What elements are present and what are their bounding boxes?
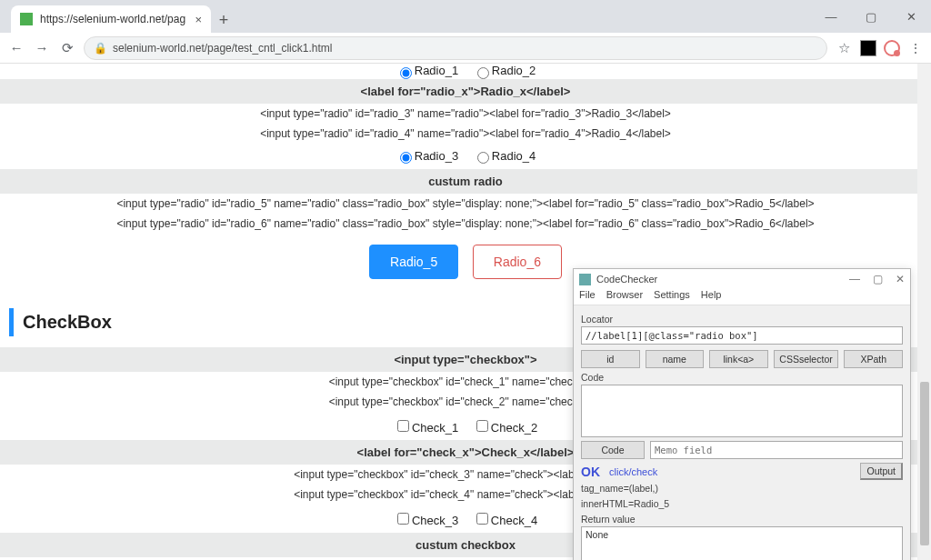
cc-return-box[interactable]: None [581, 526, 903, 560]
cc-css-button[interactable]: CSSselector [774, 350, 839, 368]
cc-output-button[interactable]: Output [860, 463, 903, 480]
radio-row-top: Radio_1 Radio_2 [0, 64, 931, 79]
tab-favicon-icon [20, 13, 33, 25]
cc-xpath-button[interactable]: XPath [844, 350, 903, 368]
new-tab-button[interactable]: + [211, 7, 236, 33]
cc-maximize-icon[interactable]: ▢ [873, 273, 883, 285]
url-input[interactable]: 🔒 selenium-world.net/page/test_cntl_clic… [84, 36, 827, 60]
cc-menu-settings[interactable]: Settings [654, 289, 690, 305]
code-radio-5: <input type="radio" id="radio_5" name="r… [0, 194, 931, 214]
radio-5-button[interactable]: Radio_5 [369, 245, 458, 279]
cc-return-label: Return value [581, 514, 903, 525]
codechecker-window[interactable]: CodeChecker — ▢ ✕ File Browser Settings … [573, 268, 911, 560]
cc-menu-bar: File Browser Settings Help [574, 289, 910, 305]
close-icon[interactable]: × [195, 13, 202, 26]
cc-minimize-icon[interactable]: — [849, 273, 860, 285]
cc-info-tagname: tag_name=(label,) [581, 482, 903, 495]
radio-row-mid: Radio_3 Radio_4 [0, 144, 931, 170]
lock-icon: 🔒 [94, 42, 107, 55]
cc-titlebar[interactable]: CodeChecker — ▢ ✕ [574, 269, 910, 289]
check-1[interactable]: Check_1 [394, 421, 458, 435]
heading-label-radiox: <label for="radio_x">Radio_x</label> [0, 79, 931, 104]
cc-code-label: Code [581, 372, 903, 383]
extension-icon[interactable] [860, 40, 876, 56]
radio-3[interactable]: Radio_3 [395, 149, 458, 163]
scrollbar-thumb[interactable] [920, 382, 929, 545]
browser-tab-strip: https://selenium-world.net/pag × + — ▢ ✕ [0, 0, 931, 33]
scrollbar-track[interactable] [917, 64, 931, 560]
radio-4[interactable]: Radio_4 [473, 149, 536, 163]
profile-avatar-icon[interactable] [884, 40, 900, 56]
cc-app-icon [579, 274, 591, 285]
address-bar: ← → ⟳ 🔒 selenium-world.net/page/test_cnt… [0, 33, 931, 64]
code-radio-6: <input type="radio" id="radio_6" name="r… [0, 214, 931, 234]
heading-custum-radio: custum radio [0, 169, 931, 194]
cc-id-button[interactable]: id [581, 350, 640, 368]
minimize-icon[interactable]: — [811, 0, 851, 33]
cc-close-icon[interactable]: ✕ [896, 273, 905, 285]
code-radio-3: <input type="radio" id="radio_3" name="r… [0, 104, 931, 124]
tab-title: https://selenium-world.net/pag [40, 13, 185, 25]
forward-icon[interactable]: → [33, 40, 51, 55]
back-icon[interactable]: ← [7, 40, 25, 55]
url-text: selenium-world.net/page/test_cntl_click1… [113, 42, 332, 55]
check-3[interactable]: Check_3 [394, 514, 458, 527]
check-4[interactable]: Check_4 [473, 514, 537, 527]
cc-menu-file[interactable]: File [579, 289, 596, 305]
cc-locator-input[interactable] [581, 326, 903, 345]
cc-status-action: click/check [609, 466, 657, 477]
menu-dots-icon[interactable]: ⋮ [907, 41, 924, 55]
cc-name-button[interactable]: name [646, 350, 705, 368]
window-controls: — ▢ ✕ [811, 0, 931, 33]
cc-memo-input[interactable] [650, 441, 903, 459]
close-window-icon[interactable]: ✕ [891, 0, 931, 33]
browser-tab[interactable]: https://selenium-world.net/pag × [11, 5, 211, 33]
cc-code-textarea[interactable] [581, 385, 903, 437]
cc-menu-help[interactable]: Help [701, 289, 722, 305]
radio-2[interactable]: Radio_2 [473, 64, 536, 77]
radio-1[interactable]: Radio_1 [395, 64, 458, 77]
cc-info-innerhtml: innerHTML=Radio_5 [581, 497, 903, 511]
cc-menu-browser[interactable]: Browser [606, 289, 643, 305]
bookmark-star-icon[interactable]: ☆ [835, 40, 853, 56]
maximize-icon[interactable]: ▢ [851, 0, 891, 33]
cc-link-button[interactable]: link<a> [709, 350, 768, 368]
cc-title-text: CodeChecker [596, 274, 657, 285]
reload-icon[interactable]: ⟳ [58, 40, 76, 56]
check-2[interactable]: Check_2 [473, 421, 537, 435]
radio-6-button[interactable]: Radio_6 [473, 245, 562, 279]
code-radio-4: <input type="radio" id="radio_4" name="r… [0, 124, 931, 144]
cc-code-button[interactable]: Code [581, 441, 645, 459]
cc-locator-label: Locator [581, 314, 903, 325]
cc-status-ok: OK [581, 465, 600, 479]
